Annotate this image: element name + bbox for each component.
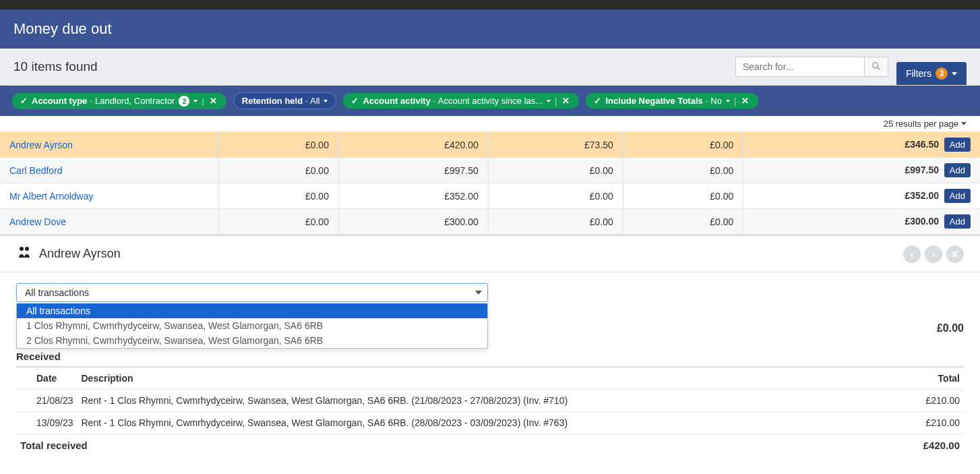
- name-cell[interactable]: Andrew Dove: [0, 209, 218, 235]
- filter-bar: ✓ Account type - Landlord, Contractor 2 …: [0, 86, 980, 116]
- amount-cell: £0.00: [623, 209, 743, 235]
- filter-label: Account type: [32, 96, 87, 106]
- total-cell: £346.50 Add: [743, 132, 980, 158]
- caret-down-icon: [547, 100, 551, 102]
- table-row[interactable]: Andrew Dove£0.00£300.00£0.00£0.00£300.00…: [0, 209, 980, 235]
- svg-point-2: [20, 247, 24, 251]
- name-cell[interactable]: Mr Albert Arnoldway: [0, 183, 218, 209]
- detail-panel: Andrew Ayrson ‹ › ✕ All transactions All…: [0, 235, 980, 474]
- filter-negative-totals[interactable]: ✓ Include Negative Totals - No | ✕: [586, 93, 758, 109]
- next-button[interactable]: ›: [925, 245, 942, 263]
- people-icon: [16, 244, 32, 264]
- total-cell: £300.00 Add: [743, 209, 980, 235]
- col-total: Total: [894, 367, 964, 390]
- search-button[interactable]: [864, 57, 888, 76]
- subheader: 10 items found Filters 3: [0, 49, 980, 86]
- amount-cell: £0.00: [488, 183, 623, 209]
- filter-value: No: [710, 96, 722, 106]
- caret-down-icon: [961, 122, 967, 125]
- received-row: 21/08/23Rent - 1 Clos Rhymni, Cwmrhydyce…: [16, 390, 964, 412]
- caret-down-icon: [952, 72, 957, 76]
- pager-text: 25 results per page: [884, 119, 958, 129]
- filters-count-badge: 3: [936, 67, 948, 80]
- filter-account-type[interactable]: ✓ Account type - Landlord, Contractor 2 …: [12, 93, 226, 109]
- col-date: Date: [16, 367, 78, 390]
- caret-down-icon: [193, 100, 197, 102]
- amount-cell: £0.00: [623, 183, 743, 209]
- table-row[interactable]: Mr Albert Arnoldway£0.00£352.00£0.00£0.0…: [0, 183, 980, 209]
- svg-point-3: [25, 247, 29, 251]
- total-cell: £210.00: [894, 390, 964, 412]
- prev-button[interactable]: ‹: [903, 245, 921, 263]
- amount-cell: £0.00: [623, 132, 743, 158]
- table-row[interactable]: Carl Bedford£0.00£997.50£0.00£0.00£997.5…: [0, 158, 980, 183]
- filter-label: Account activity: [363, 96, 430, 106]
- amount-cell: £0.00: [488, 209, 623, 235]
- received-row: 13/09/23Rent - 1 Clos Rhymni, Cwmrhydyce…: [16, 412, 964, 434]
- amount-cell: £0.00: [623, 158, 743, 183]
- close-button[interactable]: ✕: [946, 245, 964, 263]
- filter-retention[interactable]: Retention held - All: [233, 92, 337, 109]
- search-icon: [871, 63, 881, 73]
- dropdown-option[interactable]: All transactions: [17, 303, 487, 318]
- filter-value: Account activity since las...: [438, 96, 543, 106]
- detail-person-name: Andrew Ayrson: [39, 247, 121, 261]
- filter-label: Include Negative Totals: [605, 96, 702, 106]
- dropdown-option[interactable]: 2 Clos Rhymni, Cwmrhydyceirw, Swansea, W…: [17, 333, 487, 348]
- amount-cell: £300.00: [338, 209, 488, 235]
- check-icon: ✓: [20, 96, 28, 106]
- balance-value: £0.00: [937, 322, 964, 334]
- amount-cell: £0.00: [218, 183, 338, 209]
- amount-cell: £73.50: [488, 132, 623, 158]
- date-cell: 13/09/23: [16, 412, 78, 434]
- items-found-text: 10 items found: [13, 59, 98, 74]
- filter-account-activity[interactable]: ✓ Account activity - Account activity si…: [343, 93, 579, 109]
- amount-cell: £0.00: [488, 158, 623, 183]
- search-wrap: [735, 57, 888, 77]
- filters-button[interactable]: Filters 3: [896, 62, 967, 85]
- received-table: Date Description Total 21/08/23Rent - 1 …: [16, 366, 964, 434]
- pager[interactable]: 25 results per page: [0, 116, 980, 132]
- caret-down-icon: [475, 291, 482, 295]
- date-cell: 21/08/23: [16, 390, 78, 412]
- add-button[interactable]: Add: [944, 138, 971, 152]
- check-icon: ✓: [351, 96, 359, 106]
- amount-cell: £420.00: [338, 132, 488, 158]
- dropdown-option[interactable]: 1 Clos Rhymni, Cwmrhydyceirw, Swansea, W…: [17, 318, 487, 333]
- search-input[interactable]: [736, 57, 864, 76]
- filter-count-badge: 2: [179, 96, 189, 107]
- filter-value: All: [310, 96, 319, 106]
- table-row[interactable]: Andrew Ayrson£0.00£420.00£73.50£0.00£346…: [0, 132, 980, 158]
- add-button[interactable]: Add: [944, 163, 971, 177]
- amount-cell: £352.00: [338, 183, 488, 209]
- remove-filter-icon[interactable]: ✕: [740, 96, 750, 106]
- desc-cell: Rent - 1 Clos Rhymni, Cwmrhydyceirw, Swa…: [78, 390, 894, 412]
- total-cell: £210.00: [894, 412, 964, 434]
- add-button[interactable]: Add: [944, 189, 971, 203]
- name-cell[interactable]: Carl Bedford: [0, 158, 218, 183]
- desc-cell: Rent - 1 Clos Rhymni, Cwmrhydyceirw, Swa…: [78, 412, 894, 434]
- name-cell[interactable]: Andrew Ayrson: [0, 132, 218, 158]
- filter-label: Retention held: [242, 96, 303, 106]
- total-cell: £352.00 Add: [743, 183, 980, 209]
- filters-label: Filters: [906, 68, 931, 79]
- results-table: Andrew Ayrson£0.00£420.00£73.50£0.00£346…: [0, 132, 980, 235]
- add-button[interactable]: Add: [944, 214, 971, 229]
- total-cell: £997.50 Add: [743, 158, 980, 183]
- col-description: Description: [78, 367, 894, 390]
- svg-point-0: [873, 62, 878, 67]
- transaction-filter-select[interactable]: All transactions All transactions 1 Clos…: [16, 283, 488, 302]
- received-heading: Received: [16, 351, 964, 362]
- check-icon: ✓: [594, 96, 601, 106]
- remove-filter-icon[interactable]: ✕: [561, 96, 571, 106]
- select-value: All transactions: [25, 287, 89, 298]
- caret-down-icon: [726, 100, 730, 102]
- svg-line-1: [878, 67, 880, 69]
- dropdown-list: All transactions 1 Clos Rhymni, Cwmrhydy…: [16, 303, 488, 349]
- page-title: Money due out: [0, 9, 980, 49]
- caret-down-icon: [324, 100, 328, 102]
- total-received-value: £420.00: [923, 440, 960, 451]
- amount-cell: £0.00: [218, 209, 338, 235]
- top-bar: [0, 0, 980, 9]
- remove-filter-icon[interactable]: ✕: [208, 96, 218, 106]
